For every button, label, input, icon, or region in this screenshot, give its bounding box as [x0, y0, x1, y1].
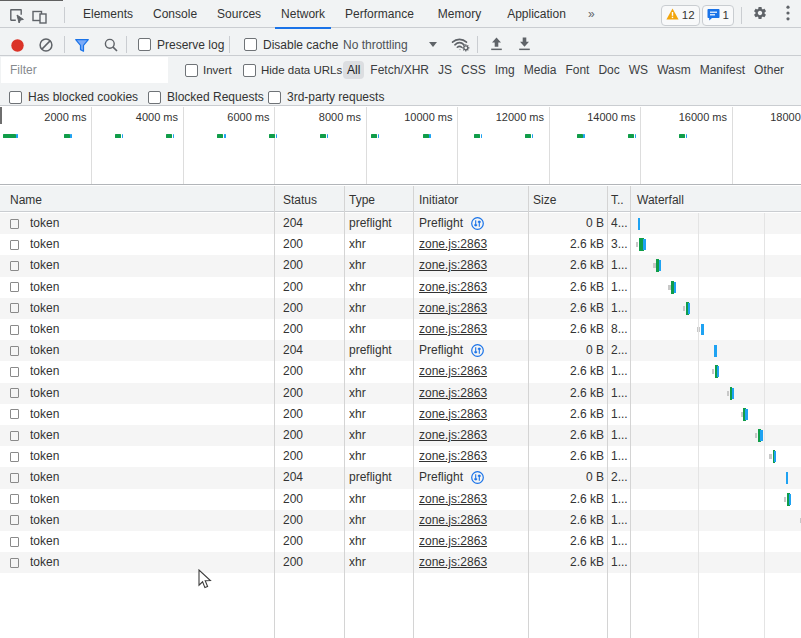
option-checkbox-3rd-party-requests[interactable]: 3rd-party requests	[268, 86, 384, 108]
filter-pill-css[interactable]: CSS	[461, 61, 486, 79]
hide-data-urls-checkbox-box[interactable]	[243, 64, 256, 77]
checkbox-box[interactable]	[148, 91, 161, 104]
disable-cache-checkbox-box[interactable]	[244, 38, 257, 51]
tab-network[interactable]: Network	[271, 0, 335, 28]
request-row[interactable]: token200xhrzone.js:28632.6 kB1...	[0, 510, 801, 531]
cell-initiator[interactable]: zone.js:2863	[419, 510, 525, 531]
tab-application[interactable]: Application	[497, 0, 576, 28]
column-header-status[interactable]: Status	[283, 193, 317, 207]
cell-initiator[interactable]: zone.js:2863	[419, 234, 525, 255]
column-header-name[interactable]: Name	[10, 193, 42, 207]
initiator-link[interactable]: zone.js:2863	[419, 492, 487, 506]
device-toolbar-icon[interactable]	[32, 9, 47, 28]
request-row[interactable]: token204preflightPreflight 0 B2...	[0, 340, 801, 361]
preflight-initiator-icon[interactable]	[471, 346, 484, 360]
invert-checkbox-box[interactable]	[185, 64, 198, 77]
filter-pill-js[interactable]: JS	[438, 61, 452, 79]
column-header-type[interactable]: Type	[349, 193, 375, 207]
tab-elements[interactable]: Elements	[73, 0, 143, 28]
network-overview-timeline[interactable]: 2000 ms4000 ms6000 ms8000 ms10000 ms1200…	[0, 107, 801, 185]
initiator-link[interactable]: zone.js:2863	[419, 258, 487, 272]
request-row[interactable]: token204preflightPreflight 0 B2...	[0, 467, 801, 488]
tab-sources[interactable]: Sources	[207, 0, 271, 28]
request-row[interactable]: token200xhrzone.js:28632.6 kB1...	[0, 552, 801, 573]
tab-performance[interactable]: Performance	[335, 0, 424, 28]
filter-pill-wasm[interactable]: Wasm	[657, 61, 691, 79]
filter-pill-ws[interactable]: WS	[629, 61, 648, 79]
cell-initiator[interactable]: zone.js:2863	[419, 255, 525, 276]
initiator-link[interactable]: zone.js:2863	[419, 322, 487, 336]
column-resize-handle[interactable]	[607, 186, 608, 638]
cell-initiator[interactable]: zone.js:2863	[419, 425, 525, 446]
request-row[interactable]: token200xhrzone.js:28632.6 kB1...	[0, 361, 801, 382]
cell-initiator[interactable]: zone.js:2863	[419, 531, 525, 552]
cell-initiator[interactable]: zone.js:2863	[419, 489, 525, 510]
initiator-link[interactable]: zone.js:2863	[419, 534, 487, 548]
network-conditions-icon[interactable]	[451, 37, 471, 56]
initiator-link[interactable]: zone.js:2863	[419, 407, 487, 421]
three-dot-menu-icon[interactable]	[786, 5, 790, 25]
column-resize-handle[interactable]	[630, 186, 631, 638]
column-resize-handle[interactable]	[528, 186, 529, 638]
column-resize-handle[interactable]	[274, 186, 275, 638]
initiator-link[interactable]: zone.js:2863	[419, 449, 487, 463]
initiator-link[interactable]: zone.js:2863	[419, 280, 487, 294]
invert-checkbox[interactable]: Invert	[185, 56, 232, 84]
request-row[interactable]: token200xhrzone.js:28632.6 kB1...	[0, 446, 801, 467]
filter-pill-media[interactable]: Media	[524, 61, 557, 79]
message-badge[interactable]: 1	[702, 5, 734, 26]
filter-pill-other[interactable]: Other	[754, 61, 784, 79]
column-header-initiator[interactable]: Initiator	[419, 193, 458, 207]
tab-memory[interactable]: Memory	[428, 0, 491, 28]
cell-initiator[interactable]: zone.js:2863	[419, 277, 525, 298]
filter-pill-all[interactable]: All	[343, 61, 364, 79]
error-badge[interactable]: 12	[661, 5, 700, 26]
cell-initiator[interactable]: zone.js:2863	[419, 298, 525, 319]
request-row[interactable]: token200xhrzone.js:28632.6 kB1...	[0, 531, 801, 552]
request-row[interactable]: token200xhrzone.js:28632.6 kB1...	[0, 489, 801, 510]
request-row[interactable]: token200xhrzone.js:28632.6 kB1...	[0, 425, 801, 446]
checkbox-box[interactable]	[268, 91, 281, 104]
request-row[interactable]: token200xhrzone.js:28632.6 kB1...	[0, 277, 801, 298]
more-tabs-button[interactable]: »	[580, 0, 603, 28]
preserve-log-checkbox[interactable]: Preserve log	[138, 31, 224, 59]
gear-icon[interactable]	[752, 5, 768, 25]
request-row[interactable]: token200xhrzone.js:28632.6 kB1...	[0, 255, 801, 276]
column-header-t-[interactable]: T..	[611, 193, 624, 207]
request-row[interactable]: token200xhrzone.js:28632.6 kB8...	[0, 319, 801, 340]
cell-initiator[interactable]: zone.js:2863	[419, 383, 525, 404]
cell-initiator[interactable]: zone.js:2863	[419, 319, 525, 340]
filter-pill-img[interactable]: Img	[495, 61, 515, 79]
filter-input[interactable]	[1, 57, 168, 83]
initiator-link[interactable]: zone.js:2863	[419, 386, 487, 400]
column-header-size[interactable]: Size	[533, 193, 556, 207]
initiator-link[interactable]: zone.js:2863	[419, 428, 487, 442]
request-row[interactable]: token200xhrzone.js:28632.6 kB3...	[0, 234, 801, 255]
initiator-link[interactable]: zone.js:2863	[419, 513, 487, 527]
record-icon[interactable]	[11, 38, 24, 56]
checkbox-box[interactable]	[9, 91, 22, 104]
filter-funnel-icon[interactable]	[75, 38, 89, 56]
cell-initiator[interactable]: zone.js:2863	[419, 552, 525, 573]
column-resize-handle[interactable]	[413, 186, 414, 638]
preflight-initiator-icon[interactable]	[471, 219, 484, 233]
export-har-icon[interactable]	[518, 37, 531, 55]
hide-data-urls-checkbox[interactable]: Hide data URLs	[243, 56, 342, 84]
request-row[interactable]: token200xhrzone.js:28632.6 kB1...	[0, 383, 801, 404]
filter-pill-fetch-xhr[interactable]: Fetch/XHR	[370, 61, 429, 79]
request-row[interactable]: token200xhrzone.js:28632.6 kB1...	[0, 404, 801, 425]
throttling-select[interactable]: No throttling	[343, 31, 408, 59]
request-row[interactable]: token204preflightPreflight 0 B4...	[0, 213, 801, 234]
initiator-link[interactable]: zone.js:2863	[419, 301, 487, 315]
filter-pill-doc[interactable]: Doc	[598, 61, 619, 79]
initiator-link[interactable]: zone.js:2863	[419, 237, 487, 251]
throttling-dropdown-arrow[interactable]	[429, 31, 437, 59]
clear-icon[interactable]	[39, 38, 53, 56]
inspect-element-icon[interactable]	[10, 9, 25, 28]
cell-initiator[interactable]: zone.js:2863	[419, 404, 525, 425]
initiator-link[interactable]: zone.js:2863	[419, 555, 487, 569]
preflight-initiator-icon[interactable]	[471, 473, 484, 487]
filter-pill-font[interactable]: Font	[565, 61, 589, 79]
request-row[interactable]: token200xhrzone.js:28632.6 kB1...	[0, 298, 801, 319]
cell-initiator[interactable]: zone.js:2863	[419, 446, 525, 467]
